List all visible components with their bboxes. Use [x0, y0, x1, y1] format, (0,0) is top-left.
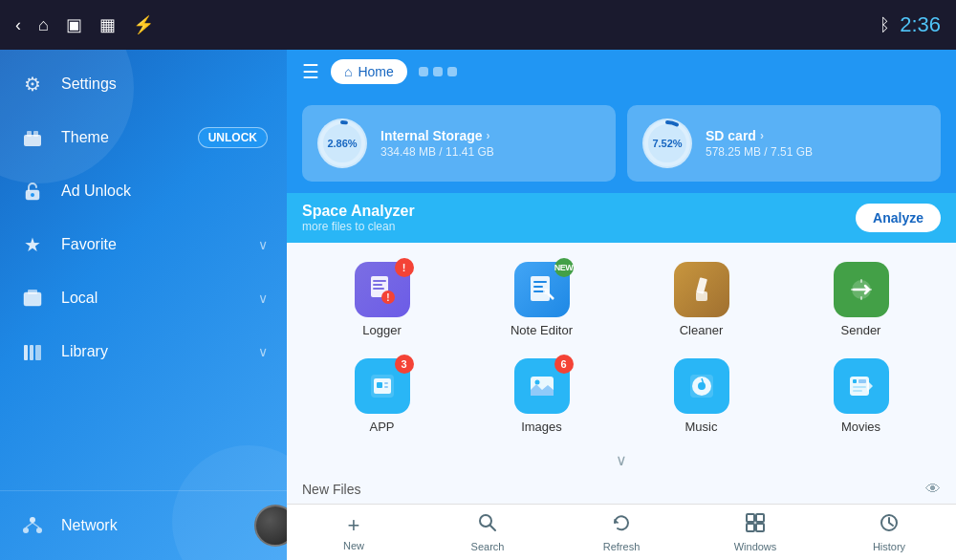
storage-cards: 2.86% Internal Storage › 334.48 MB / 11.… — [287, 94, 956, 193]
new-files-eye-icon[interactable]: 👁 — [925, 481, 941, 498]
toolbar-refresh[interactable]: Refresh — [554, 505, 688, 560]
svg-rect-55 — [756, 524, 764, 531]
app-item-logger[interactable]: ! ! Logger — [302, 254, 462, 345]
search-icon — [477, 512, 498, 539]
expand-icon[interactable]: ∨ — [616, 451, 627, 469]
status-time: 2:36 — [900, 12, 941, 37]
app-item-note-editor[interactable]: NEW Note Editor — [462, 254, 621, 345]
space-analyzer-subtitle: more files to clean — [302, 220, 415, 233]
app-icon: 3 — [355, 358, 410, 414]
sd-card[interactable]: 7.52% SD card › 578.25 MB / 7.51 GB — [627, 105, 941, 182]
apps-grid-row2: 3 APP 6 Images — [302, 351, 941, 442]
internal-storage-card[interactable]: 2.86% Internal Storage › 334.48 MB / 11.… — [302, 105, 616, 182]
svg-rect-21 — [373, 284, 382, 286]
internal-storage-circle: 2.86% — [317, 118, 367, 168]
analyze-button[interactable]: Analyze — [856, 204, 941, 232]
note-editor-badge: NEW — [554, 258, 574, 277]
svg-point-30 — [543, 289, 549, 294]
windows-icon — [745, 512, 766, 539]
hamburger-menu-icon[interactable]: ☰ — [302, 60, 319, 83]
svg-point-11 — [23, 528, 29, 533]
right-panel: ☰ ⌂ Home 2.86% — [287, 50, 956, 560]
home-btn-icon: ⌂ — [344, 64, 352, 79]
app-item-cleaner[interactable]: Cleaner — [621, 254, 781, 345]
app-item-movies[interactable]: Movies — [781, 351, 941, 442]
gallery-icon[interactable]: ▦ — [99, 14, 116, 35]
toolbar-history[interactable]: History — [822, 505, 956, 560]
svg-rect-22 — [373, 288, 384, 290]
svg-rect-2 — [33, 131, 38, 137]
sidebar-item-favorite[interactable]: ★ Favorite ∨ — [0, 218, 287, 271]
search-label: Search — [471, 541, 505, 552]
sidebar-item-adunlock[interactable]: Ad Unlock — [0, 164, 287, 218]
panel-header: ☰ ⌂ Home — [287, 50, 956, 94]
status-bar: ‹ ⌂ ▣ ▦ ⚡ ᛒ 2:36 — [0, 0, 956, 50]
svg-rect-32 — [696, 291, 707, 301]
status-bar-left: ‹ ⌂ ▣ ▦ ⚡ — [15, 14, 154, 35]
favorite-icon: ★ — [19, 231, 46, 258]
sd-chevron-icon: › — [760, 129, 764, 142]
network-icon — [19, 512, 46, 539]
svg-rect-7 — [24, 345, 28, 360]
svg-rect-54 — [747, 524, 754, 531]
refresh-icon — [611, 512, 632, 539]
apps-grid-row1: ! ! Logger — [302, 254, 941, 345]
images-label: Images — [521, 420, 562, 434]
sidebar-item-library[interactable]: Library ∨ — [0, 325, 287, 378]
sd-storage-size: 578.25 MB / 7.51 GB — [706, 145, 813, 159]
favorite-chevron-icon: ∨ — [258, 237, 268, 252]
svg-rect-1 — [27, 131, 32, 137]
avatar — [254, 505, 287, 547]
new-files-title: New Files — [302, 482, 360, 497]
music-icon — [674, 358, 729, 414]
sd-percent: 7.52% — [652, 138, 682, 149]
svg-rect-49 — [853, 390, 862, 392]
sidebar-label-local: Local — [61, 290, 258, 307]
space-analyzer: Space Analyzer more files to clean Analy… — [287, 193, 956, 243]
svg-rect-27 — [533, 286, 543, 288]
sidebar-item-network[interactable]: Network ∨ — [0, 501, 287, 550]
app-badge: 3 — [395, 355, 414, 374]
toolbar-new[interactable]: + New — [287, 505, 421, 560]
svg-point-10 — [30, 517, 35, 523]
space-analyzer-title: Space Analyzer — [302, 203, 415, 220]
toolbar-windows[interactable]: Windows — [688, 505, 822, 560]
movies-label: Movies — [841, 420, 880, 434]
note-icon: NEW — [514, 262, 570, 317]
main-content: ⚙ Settings Theme UNLOCK — [0, 50, 956, 560]
sidebar-item-theme[interactable]: Theme UNLOCK — [0, 111, 287, 164]
logger-label: Logger — [362, 323, 401, 337]
dot-1 — [419, 67, 428, 76]
library-icon — [19, 338, 46, 365]
internal-storage-size: 334.48 MB / 11.41 GB — [380, 145, 494, 159]
status-bar-right: ᛒ 2:36 — [880, 12, 941, 37]
theme-unlock-badge[interactable]: UNLOCK — [198, 127, 268, 148]
app-item-app[interactable]: 3 APP — [302, 351, 462, 442]
back-icon[interactable]: ‹ — [15, 15, 21, 35]
sidebar-label-network: Network — [61, 517, 258, 534]
sidebar-label-library: Library — [61, 343, 258, 360]
svg-rect-36 — [377, 382, 382, 388]
home-icon[interactable]: ⌂ — [38, 15, 49, 35]
app-item-music[interactable]: Music — [621, 351, 781, 442]
svg-line-14 — [33, 523, 39, 528]
sidebar-item-settings[interactable]: ⚙ Settings — [0, 57, 287, 111]
sender-label: Sender — [841, 323, 881, 337]
svg-rect-37 — [384, 382, 388, 384]
settings-icon: ⚙ — [19, 71, 46, 97]
sidebar-item-local[interactable]: Local ∨ — [0, 271, 287, 325]
windows-label: Windows — [734, 541, 777, 552]
app-item-images[interactable]: 6 Images — [462, 351, 621, 442]
sidebar: ⚙ Settings Theme UNLOCK — [0, 50, 287, 560]
sidebar-label-theme: Theme — [61, 129, 198, 146]
toolbar-search[interactable]: Search — [421, 505, 554, 560]
home-button[interactable]: ⌂ Home — [331, 59, 407, 84]
recent-apps-icon[interactable]: ▣ — [66, 14, 82, 35]
svg-point-40 — [534, 380, 539, 385]
app-item-sender[interactable]: Sender — [781, 254, 941, 345]
movies-icon — [834, 358, 889, 414]
svg-line-51 — [490, 526, 496, 531]
svg-rect-25 — [531, 276, 550, 301]
sd-storage-name: SD card › — [706, 128, 813, 143]
internal-storage-name: Internal Storage › — [380, 128, 494, 143]
